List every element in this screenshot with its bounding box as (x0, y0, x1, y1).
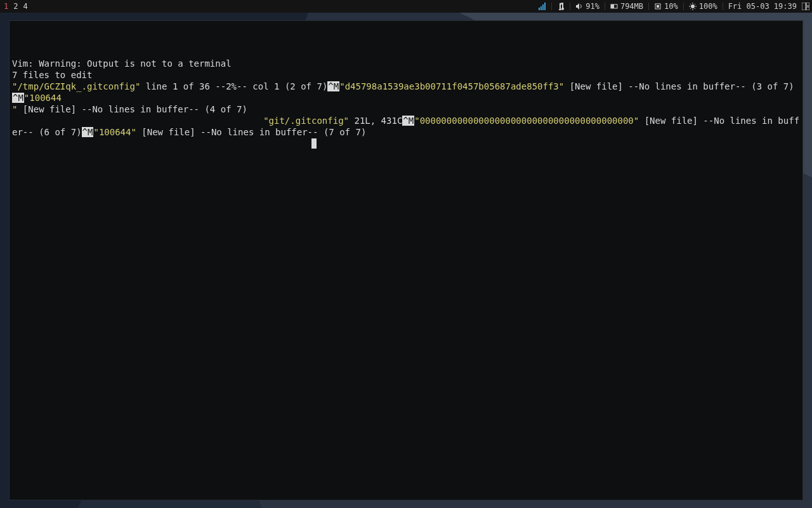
music-indicator[interactable] (557, 3, 565, 10)
cpu-value: 10% (664, 0, 678, 13)
workspace-tag-4[interactable]: 4 (23, 0, 27, 13)
terminal-content[interactable]: Vim: Warning: Output is not to a termina… (10, 21, 802, 500)
memory-indicator[interactable]: 794MB (610, 0, 643, 13)
status-bar: 1 2 4 91% (0, 0, 812, 13)
svg-line-16 (695, 4, 695, 4)
cpu-indicator[interactable]: 10% (654, 0, 678, 13)
brightness-value: 100% (699, 0, 717, 13)
memory-value: 794MB (620, 0, 643, 13)
svg-rect-19 (806, 7, 809, 10)
signal-icon (539, 3, 546, 10)
svg-rect-1 (540, 6, 542, 10)
vim-warning-line: Vim: Warning: Output is not to a termina… (12, 58, 232, 69)
vim-status-line-2: "git/.gitconfig" 21L, 431C^M"00000000000… (12, 116, 799, 137)
svg-rect-2 (542, 4, 544, 10)
workspace-tag-1[interactable]: 1 (4, 0, 8, 13)
svg-line-13 (690, 4, 691, 4)
brightness-indicator[interactable]: 100% (689, 0, 717, 13)
layout-icon (802, 3, 809, 10)
clock-value: Fri 05-03 19:39 (728, 0, 797, 13)
layout-indicator[interactable] (802, 3, 809, 10)
network-indicator[interactable] (539, 3, 546, 10)
svg-line-14 (695, 8, 695, 9)
music-icon (557, 3, 565, 10)
vim-files-to-edit: 7 files to edit (12, 70, 92, 80)
memory-icon (610, 3, 618, 10)
svg-line-15 (690, 8, 691, 9)
svg-rect-17 (802, 3, 806, 10)
svg-rect-5 (611, 4, 614, 8)
cpu-icon (654, 3, 662, 10)
svg-point-8 (691, 4, 695, 8)
workspace-tag-2[interactable]: 2 (13, 0, 18, 13)
volume-icon (575, 3, 583, 10)
svg-rect-18 (806, 3, 809, 6)
brightness-icon (689, 3, 697, 10)
volume-indicator[interactable]: 91% (575, 0, 599, 13)
svg-rect-3 (544, 3, 546, 10)
volume-value: 91% (586, 0, 599, 13)
svg-rect-0 (539, 8, 540, 10)
clock[interactable]: Fri 05-03 19:39 (728, 0, 797, 13)
terminal-window[interactable]: Vim: Warning: Output is not to a termina… (9, 20, 803, 500)
workspace-tags: 1 2 4 (3, 0, 28, 13)
terminal-cursor (12, 138, 317, 149)
svg-rect-7 (657, 5, 659, 8)
vim-status-line-1: "/tmp/GCZIqk_.gitconfig" line 1 of 36 --… (12, 81, 794, 114)
